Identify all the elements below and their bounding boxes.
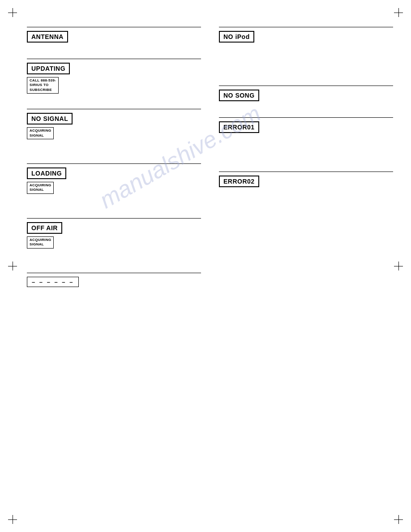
section-no-ipod: NO iPod	[219, 27, 393, 45]
corner-mark-br	[394, 515, 403, 524]
divider-dashes	[27, 273, 201, 273]
sublabel-loading: ACQUIRINGSIGNAL	[27, 182, 54, 194]
corner-mark-tl	[8, 8, 17, 17]
divider-no-ipod	[219, 27, 393, 27]
section-updating: UPDATING CALL 888-539-SIRIUS TOSUBSCRIBE	[27, 59, 201, 95]
divider-loading	[27, 163, 201, 164]
sublabel-no-signal: ACQUIRINGSIGNAL	[27, 127, 54, 139]
right-column: NO iPod NO SONG ERROR01 ERROR02	[210, 27, 393, 302]
label-no-song: NO SONG	[219, 90, 259, 101]
label-no-ipod: NO iPod	[219, 31, 254, 43]
section-dashes: – – – – – –	[27, 273, 201, 289]
corner-mark-ml	[8, 262, 17, 270]
divider-no-signal	[27, 109, 201, 109]
section-error02: ERROR02	[219, 172, 393, 190]
label-error02: ERROR02	[219, 176, 259, 187]
label-no-signal: NO SIGNAL	[27, 113, 73, 124]
divider-off-air	[27, 218, 201, 219]
divider-updating	[27, 59, 201, 59]
label-error01: ERROR01	[219, 121, 259, 133]
corner-mark-bl	[8, 515, 17, 524]
corner-mark-tr	[394, 8, 403, 17]
section-off-air: OFF AIR ACQUIRINGSIGNAL	[27, 218, 201, 250]
divider-antenna	[27, 27, 201, 27]
divider-no-song	[219, 86, 393, 86]
divider-error01	[219, 117, 393, 118]
section-no-signal: NO SIGNAL ACQUIRINGSIGNAL	[27, 109, 201, 141]
corner-mark-mr	[394, 262, 403, 270]
section-loading: LOADING ACQUIRINGSIGNAL	[27, 163, 201, 196]
sublabel-off-air: ACQUIRINGSIGNAL	[27, 236, 54, 249]
section-error01: ERROR01	[219, 117, 393, 136]
section-antenna: ANTENNA	[27, 27, 201, 45]
label-updating: UPDATING	[27, 63, 70, 74]
label-antenna: ANTENNA	[27, 31, 68, 43]
label-off-air: OFF AIR	[27, 222, 62, 234]
label-dashes: – – – – – –	[27, 277, 79, 287]
left-column: ANTENNA UPDATING CALL 888-539-SIRIUS TOS…	[27, 27, 210, 302]
label-loading: LOADING	[27, 167, 66, 179]
divider-error02	[219, 172, 393, 172]
section-no-song: NO SONG	[219, 86, 393, 104]
sublabel-updating: CALL 888-539-SIRIUS TOSUBSCRIBE	[27, 77, 59, 94]
